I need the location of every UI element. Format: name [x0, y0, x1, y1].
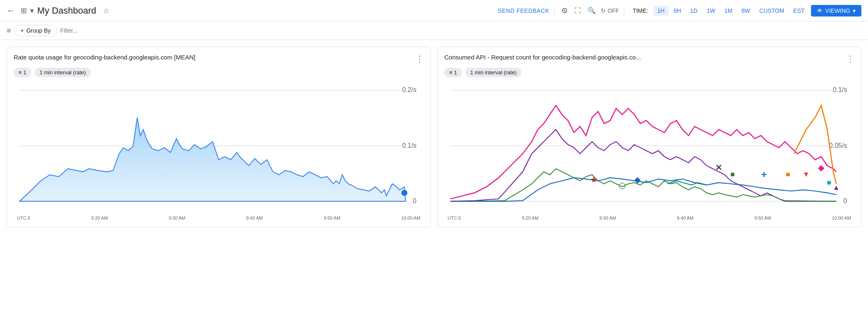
page-title: My Dashboard [37, 5, 96, 16]
time-1w-button[interactable]: 1W [702, 6, 719, 16]
group-by-button[interactable]: + Group By [14, 25, 57, 36]
svg-text:✕: ✕ [715, 163, 722, 172]
fullscreen-icon[interactable]: ⛶ [573, 5, 583, 16]
time-6w-button[interactable]: 6W [738, 6, 754, 16]
search-icon[interactable]: 🔍 [586, 5, 598, 16]
refresh-label: OFF [607, 7, 619, 14]
chart-2-menu[interactable]: ⋮ [846, 54, 854, 64]
header: ← ⊞ ▾ My Dashboard ☆ SEND FEEDBACK ⚙ ⛶ 🔍… [0, 0, 868, 21]
chart-card-1: Rate quota usage for geocoding-backend.g… [7, 47, 431, 227]
filter-count: 1 [24, 69, 26, 76]
chart-2-title: Consumed API - Request count for geocodi… [444, 54, 641, 61]
time-6h-button[interactable]: 6H [669, 6, 685, 16]
menu-icon[interactable]: ≡ [7, 26, 11, 35]
svg-text:⬡: ⬡ [619, 181, 626, 190]
svg-text:■: ■ [827, 178, 831, 187]
dropdown-icon[interactable]: ▾ [30, 6, 34, 15]
chart-1-svg: 0.2/s 0.1/s 0 [14, 81, 424, 214]
time-1m-button[interactable]: 1M [720, 6, 736, 16]
grid-icon[interactable]: ⊞ [21, 6, 27, 15]
svg-text:0.1/s: 0.1/s [833, 86, 847, 93]
filter-count-2: 1 [454, 69, 457, 76]
group-by-label: Group By [26, 27, 51, 34]
svg-text:+: + [761, 169, 767, 180]
send-feedback-button[interactable]: SEND FEEDBACK [498, 7, 549, 14]
chart-2-filter-chip[interactable]: ≡ 1 [444, 68, 462, 77]
time-custom-button[interactable]: CUSTOM [755, 6, 788, 16]
time-label: TIME: [633, 7, 648, 14]
svg-point-6 [401, 190, 408, 196]
time-1h-button[interactable]: 1H [653, 6, 669, 16]
chart-2-x-labels: UTC-5 9:20 AM 9:30 AM 9:40 AM 9:50 AM 10… [444, 214, 854, 220]
divider2 [624, 6, 624, 16]
svg-text:★: ★ [590, 175, 598, 184]
svg-text:0: 0 [413, 197, 417, 204]
toolbar: ≡ + Group By [0, 21, 868, 40]
eye-icon: 👁 [817, 7, 823, 14]
chart-1-x-labels: UTC-5 9:20 AM 9:30 AM 9:40 AM 9:50 AM 10… [14, 214, 424, 220]
chart-1-menu[interactable]: ⋮ [415, 54, 424, 64]
plus-icon: + [21, 27, 24, 34]
viewing-dropdown-icon: ▾ [853, 7, 856, 14]
svg-text:■: ■ [730, 170, 735, 178]
svg-text:▲: ▲ [833, 183, 840, 192]
svg-text:0.1/s: 0.1/s [402, 142, 417, 149]
viewing-button[interactable]: 👁 VIEWING ▾ [811, 5, 861, 17]
chart-card-2: Consumed API - Request count for geocodi… [437, 47, 861, 227]
chart-1-header: Rate quota usage for geocoding-backend.g… [14, 54, 424, 64]
lines-icon: ≡ [19, 69, 22, 76]
chart-1-title: Rate quota usage for geocoding-backend.g… [14, 54, 195, 61]
svg-text:0.05/s: 0.05/s [829, 142, 847, 149]
chart-2-header: Consumed API - Request count for geocodi… [444, 54, 854, 64]
svg-text:◆: ◆ [634, 175, 641, 184]
time-buttons: 1H 6H 1D 1W 1M 6W CUSTOM [653, 6, 789, 16]
interval-label-2: 1 min interval (rate) [470, 69, 517, 76]
chart-1-interval-chip[interactable]: 1 min interval (rate) [35, 68, 91, 77]
settings-icon[interactable]: ⚙ [560, 5, 569, 17]
svg-text:0: 0 [844, 197, 847, 204]
divider [554, 6, 555, 16]
star-icon[interactable]: ☆ [103, 6, 109, 15]
refresh-button[interactable]: ↻ OFF [601, 7, 619, 14]
chart-2-svg: 0.1/s 0.05/s 0 [444, 81, 854, 214]
chart-1-area: 0.2/s 0.1/s 0 U [14, 81, 424, 220]
svg-text:0.2/s: 0.2/s [402, 86, 417, 93]
chart-2-interval-chip[interactable]: 1 min interval (rate) [465, 68, 522, 77]
chart-1-filters: ≡ 1 1 min interval (rate) [14, 68, 424, 77]
chart-1-filter-chip[interactable]: ≡ 1 [14, 68, 31, 77]
svg-text:▼: ▼ [803, 170, 810, 178]
timezone-button[interactable]: EST [793, 7, 804, 14]
svg-text:■: ■ [786, 170, 790, 178]
main-content: Rate quota usage for geocoding-backend.g… [0, 40, 868, 234]
viewing-label: VIEWING [825, 7, 850, 14]
back-button[interactable]: ← [7, 5, 16, 16]
chart-2-area: 0.1/s 0.05/s 0 [444, 81, 854, 220]
time-1d-button[interactable]: 1D [686, 6, 702, 16]
refresh-icon: ↻ [601, 7, 606, 14]
chart-2-filters: ≡ 1 1 min interval (rate) [444, 68, 854, 77]
filter-input[interactable] [60, 27, 861, 34]
svg-text:◆: ◆ [818, 163, 825, 172]
interval-label: 1 min interval (rate) [40, 69, 86, 76]
lines-icon-2: ≡ [449, 69, 453, 76]
